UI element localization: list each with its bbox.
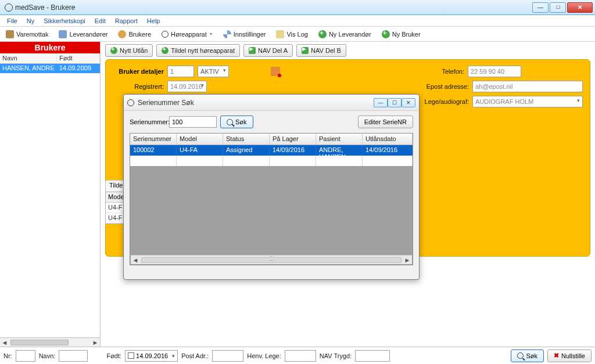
nav-icon: [302, 47, 309, 54]
nav-del-a-button[interactable]: NAV Del A: [243, 44, 293, 57]
serienummer-input[interactable]: [169, 116, 217, 128]
cell-status: Assigned: [223, 145, 270, 156]
truck-icon: [59, 30, 67, 38]
cell-pasient: ANDRE, HANSEN: [316, 145, 363, 156]
list-item[interactable]: HANSEN, ANDRE 14.09.2009: [0, 64, 100, 73]
lege-select[interactable]: AUDIOGRAF HOLM: [472, 96, 583, 107]
navn-input[interactable]: [59, 350, 88, 362]
calendar-delete-icon[interactable]: [271, 67, 280, 76]
lege-label: Lege/audiograf:: [420, 98, 469, 105]
box-icon: [6, 30, 14, 38]
sidebar-hscroll[interactable]: ◄ ►: [0, 337, 100, 347]
log-icon: [276, 30, 284, 38]
sok-button[interactable]: Søk: [220, 116, 253, 128]
postadr-input[interactable]: [212, 350, 243, 362]
tool-nyleverandor[interactable]: Ny Leverandør: [315, 28, 375, 40]
nytt-utlan-label: Nytt Utlån: [120, 47, 148, 54]
plus-icon: [110, 47, 117, 54]
col-utlansdato[interactable]: Utlånsdato: [363, 134, 413, 145]
sidebar-header: Brukere: [0, 42, 100, 53]
menubar: File Ny Sikkerhetskopi Edit Rapport Help: [0, 15, 595, 27]
menu-rapport[interactable]: Rapport: [112, 16, 141, 26]
serienummer-sok-dialog: Serienummer Søk ✕ Serienummer: Søk Edite…: [123, 94, 420, 280]
list-item-fodt: 14.09.2009: [57, 64, 94, 73]
dialog-titlebar[interactable]: Serienummer Søk ✕: [124, 95, 419, 111]
grid-hscroll[interactable]: ◄ ►: [131, 255, 412, 264]
fodt-date-picker[interactable]: 14.09.2016: [125, 350, 178, 362]
telefon-input[interactable]: 22 59 90 40: [468, 66, 521, 77]
sidebar-columns: Navn Født: [0, 53, 100, 64]
col-serienummer[interactable]: Serienummer: [130, 134, 177, 145]
scroll-thumb[interactable]: [10, 340, 69, 345]
status-sok-button[interactable]: Søk: [511, 349, 544, 362]
app-icon: [5, 3, 13, 12]
postadr-label: Post Adr.:: [181, 352, 209, 359]
menu-file[interactable]: File: [3, 16, 21, 26]
col-status[interactable]: Status: [223, 134, 270, 145]
scroll-right-icon[interactable]: ►: [403, 257, 412, 264]
registrert-label: Registrert:: [113, 83, 164, 90]
checkbox-icon[interactable]: [128, 352, 134, 359]
scroll-right-icon[interactable]: ►: [91, 339, 100, 346]
registrert-date[interactable]: 14.09.2016: [167, 81, 207, 92]
navtrygd-label: NAV Trygd:: [320, 352, 352, 359]
cell-serienummer: 100002: [130, 145, 177, 156]
menu-sikkerhetskopi[interactable]: Sikkerhetskopi: [40, 16, 89, 26]
tool-varemottak[interactable]: Varemottak: [2, 28, 52, 40]
epost-input[interactable]: ah@epost.nil: [472, 81, 583, 92]
window-title: medSave - Brukere: [15, 3, 75, 12]
tool-horeapparat-label: Høreapparat: [171, 31, 207, 38]
serienummer-grid: Serienummer Model Status På Lager Pasien…: [130, 133, 413, 265]
scroll-thumb[interactable]: [141, 257, 402, 263]
chevron-down-icon: [209, 30, 213, 38]
tool-vislog[interactable]: Vis Log: [273, 28, 311, 40]
col-palager[interactable]: På Lager: [270, 134, 316, 145]
menu-help[interactable]: Help: [144, 16, 164, 26]
nullstille-button[interactable]: ✖Nullstille: [547, 349, 592, 362]
editer-label: Editer SerieNR: [364, 118, 407, 125]
henvlege-input[interactable]: [285, 350, 316, 362]
col-pasient[interactable]: Pasient: [316, 134, 363, 145]
tool-varemottak-label: Varemottak: [16, 31, 48, 38]
bruker-status-select[interactable]: AKTIV: [198, 66, 229, 77]
scroll-left-icon[interactable]: ◄: [131, 257, 140, 264]
tildel-button[interactable]: Tildel nytt høreapparat: [156, 44, 240, 57]
gear-icon: [223, 30, 231, 38]
app-icon: [127, 99, 134, 106]
maximize-button[interactable]: [550, 2, 566, 13]
status-bar: Nr: Navn: Født: 14.09.2016 Post Adr.: He…: [0, 347, 595, 364]
navtrygd-input[interactable]: [355, 350, 390, 362]
dialog-close-button[interactable]: ✕: [402, 98, 415, 107]
tool-innstillinger[interactable]: Innstillinger: [220, 28, 270, 40]
fodt-label: Født:: [106, 352, 121, 359]
menu-ny[interactable]: Ny: [23, 16, 38, 26]
nav-del-b-button[interactable]: NAV Del B: [296, 44, 346, 57]
minimize-button[interactable]: [532, 2, 549, 13]
bruker-id-input[interactable]: 1: [167, 66, 194, 77]
tool-vislog-label: Vis Log: [286, 31, 308, 38]
nullstille-label: Nullstille: [561, 352, 585, 359]
epost-label: Epost adresse:: [420, 83, 469, 90]
tool-innstillinger-label: Innstillinger: [234, 31, 266, 38]
nytt-utlan-button[interactable]: Nytt Utlån: [105, 44, 153, 57]
status-sok-label: Søk: [526, 352, 537, 359]
col-model[interactable]: Model: [177, 134, 223, 145]
dialog-maximize-button[interactable]: [388, 98, 402, 107]
cell-model: U4-FA: [177, 145, 223, 156]
nr-input[interactable]: [16, 350, 35, 362]
tool-leverandorer[interactable]: Leverandører: [55, 28, 111, 40]
editer-serienr-button[interactable]: Editer SerieNR: [358, 116, 413, 128]
tool-horeapparat[interactable]: Høreapparat: [158, 28, 216, 40]
close-button[interactable]: [567, 2, 593, 13]
dialog-minimize-button[interactable]: [374, 98, 388, 107]
menu-edit[interactable]: Edit: [91, 16, 109, 26]
scroll-left-icon[interactable]: ◄: [0, 339, 9, 346]
sidebar-list[interactable]: HANSEN, ANDRE 14.09.2009: [0, 64, 100, 347]
col-fodt[interactable]: Født: [57, 53, 100, 63]
table-row[interactable]: 100002 U4-FA Assigned 14/09/2016 ANDRE, …: [130, 145, 413, 156]
table-row-empty[interactable]: [130, 156, 413, 166]
tool-nybruker-label: Ny Bruker: [392, 31, 421, 38]
tool-nybruker[interactable]: Ny Bruker: [378, 28, 424, 40]
col-navn[interactable]: Navn: [0, 53, 57, 63]
tool-brukere[interactable]: Brukere: [114, 28, 155, 40]
